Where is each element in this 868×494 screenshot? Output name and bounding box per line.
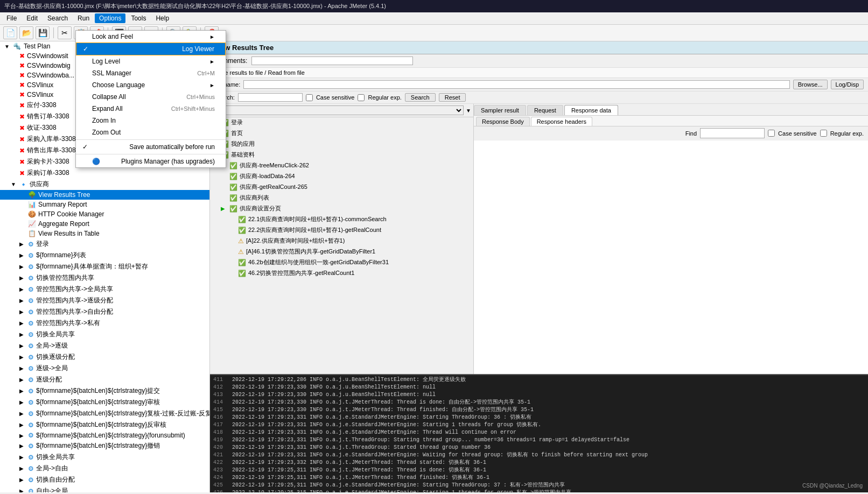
checkmark-icon: ✓ — [83, 45, 88, 53]
menu-lang-label: Choose Language — [92, 81, 145, 89]
menu-look-feel-wrapper: Look and Feel ► — [76, 31, 226, 43]
menu-plugins-label: Plugins Manager (has upgrades) — [121, 158, 215, 165]
menu-plugins-manager[interactable]: 🔵 Plugins Manager (has upgrades) — [76, 156, 226, 167]
menu-expand-all[interactable]: Expand All Ctrl+Shift+Minus — [76, 103, 226, 115]
menu-zoom-in[interactable]: Zoom In — [76, 115, 226, 126]
menu-ssl-manager[interactable]: SSL Manager Ctrl+M — [76, 67, 226, 79]
submenu-arrow2: ► — [209, 59, 215, 65]
collapse-shortcut: Ctrl+Minus — [186, 94, 215, 100]
menu-zoom-out[interactable]: Zoom Out — [76, 126, 226, 138]
menu-log-level[interactable]: Log Level ► — [76, 55, 226, 67]
plugins-icon: 🔵 — [92, 158, 100, 165]
menu-look-feel-label: Look and Feel — [92, 33, 133, 40]
menu-expand-label: Expand All — [92, 105, 123, 112]
menu-collapse-all[interactable]: Collapse All Ctrl+Minus — [76, 91, 226, 103]
menu-zoomout-label: Zoom Out — [92, 129, 121, 136]
checkmark2-icon: ✓ — [82, 143, 88, 151]
menu-save-auto-wrapper: ✓ Save automatically before run — [76, 141, 226, 153]
menu-collapse-label: Collapse All — [92, 93, 126, 101]
submenu-arrow: ► — [209, 34, 215, 40]
menu-collapse-wrapper: Collapse All Ctrl+Minus — [76, 91, 226, 103]
menu-separator — [76, 139, 226, 140]
menu-log-viewer-wrapper: ✓ Log Viewer — [76, 43, 226, 55]
menu-log-viewer-label: Log Viewer — [182, 45, 214, 53]
menu-look-feel[interactable]: Look and Feel ► — [76, 31, 226, 43]
menu-ssl-wrapper: SSL Manager Ctrl+M — [76, 67, 226, 79]
menu-separator2 — [76, 154, 226, 154]
menu-log-level-label: Log Level — [92, 58, 120, 65]
expand-shortcut: Ctrl+Shift+Minus — [171, 105, 215, 112]
menu-expand-wrapper: Expand All Ctrl+Shift+Minus — [76, 103, 226, 115]
ssl-shortcut: Ctrl+M — [197, 70, 215, 76]
submenu-arrow3: ► — [209, 82, 215, 88]
menu-choose-language[interactable]: Choose Language ► — [76, 79, 226, 91]
menu-ssl-label: SSL Manager — [92, 69, 131, 77]
menu-plugins-wrapper: 🔵 Plugins Manager (has upgrades) — [76, 156, 226, 167]
menu-zoomin-wrapper: Zoom In — [76, 115, 226, 126]
menu-save-auto-label: Save automatically before run — [129, 143, 215, 151]
menu-log-viewer[interactable]: ✓ Log Viewer — [76, 43, 226, 55]
menu-save-auto[interactable]: ✓ Save automatically before run — [76, 141, 226, 153]
menu-lang-wrapper: Choose Language ► — [76, 79, 226, 91]
options-menu: Look and Feel ► ✓ Log Viewer Log Level ►… — [75, 30, 226, 168]
menu-log-level-wrapper: Log Level ► — [76, 55, 226, 67]
menu-zoomin-label: Zoom In — [92, 117, 116, 124]
menu-zoomout-wrapper: Zoom Out — [76, 126, 226, 138]
